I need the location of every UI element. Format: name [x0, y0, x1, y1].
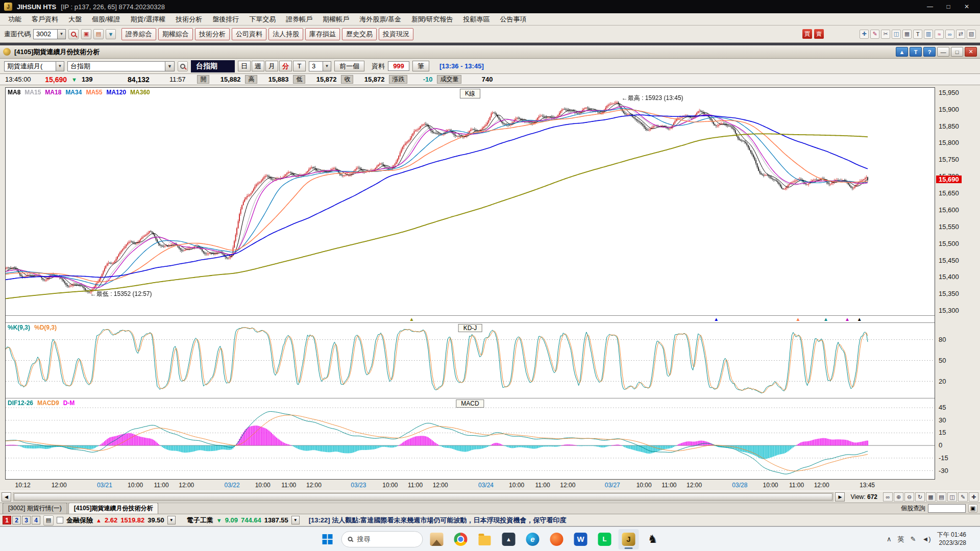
toolbar-button-2[interactable]: 期權綜合 — [158, 28, 193, 40]
page-button-3[interactable]: 3 — [22, 516, 31, 524]
mdi-minimize-button[interactable]: — — [937, 47, 949, 57]
jihsun-hts-icon[interactable]: J — [619, 529, 639, 549]
split-view-icon[interactable]: ◫ — [947, 492, 957, 502]
refresh-icon[interactable]: ↻ — [915, 492, 925, 502]
chrome-icon[interactable] — [451, 529, 471, 549]
search-icon[interactable] — [68, 29, 79, 39]
menu-item-5[interactable]: 期貨/選擇權 — [126, 13, 171, 26]
price-panel[interactable]: MA8MA15MA18MA34MA55MA120MA360 K線 ←最高 : 1… — [6, 88, 935, 316]
kd-panel[interactable]: %K(9,3)%D(9,3) KD-J — [6, 323, 935, 398]
trading-app-icon[interactable]: ▲ — [499, 529, 519, 549]
ime-indicator[interactable]: 英 — [898, 535, 904, 544]
menu-item-13[interactable]: 投顧專區 — [458, 13, 495, 26]
scroll-left-button[interactable]: ◀ — [2, 492, 11, 502]
link-chart-icon[interactable]: ∞ — [883, 492, 893, 502]
chevron-down-icon[interactable]: ▼ — [323, 62, 331, 71]
zoom-in-icon[interactable]: ⊕ — [894, 492, 903, 502]
start-button[interactable] — [317, 529, 338, 549]
tab-1[interactable]: [3002] 期貨行情(一) — [3, 503, 67, 514]
previous-button[interactable]: 前一個 — [334, 61, 364, 71]
data-count-input[interactable]: 999 — [388, 61, 409, 71]
volume-icon[interactable]: ◄) — [922, 535, 930, 543]
period-button-月[interactable]: 月 — [265, 61, 278, 71]
browser-icon[interactable] — [547, 529, 567, 549]
menu-item-4[interactable]: 個股/權證 — [87, 13, 126, 26]
menu-item-1[interactable]: 功能 — [3, 13, 27, 26]
scroll-right-button[interactable]: ▶ — [835, 492, 845, 502]
lookup-go-icon[interactable]: ▣ — [968, 504, 977, 513]
sector2-dropdown[interactable]: ▼ — [291, 516, 300, 524]
draw-tools-icon[interactable]: ✎ — [958, 492, 968, 502]
file-explorer-icon[interactable] — [475, 529, 495, 549]
scrollbar-track[interactable] — [13, 492, 834, 502]
pen-tool-icon[interactable]: ✎ — [870, 30, 879, 39]
edge-icon[interactable]: e — [523, 529, 543, 549]
toolbar-button-1[interactable]: 證券綜合 — [121, 28, 156, 40]
sell-order-icon[interactable]: 賣 — [814, 29, 824, 39]
word-icon[interactable]: W — [571, 529, 591, 549]
swap-windows-icon[interactable]: ⇄ — [956, 30, 965, 39]
link-windows-icon[interactable]: ∞ — [945, 30, 954, 39]
page-button-1[interactable]: 1 — [3, 516, 11, 524]
data-table-icon[interactable]: ▤ — [937, 492, 946, 502]
toolbar-button-3[interactable]: 技術分析 — [195, 28, 230, 40]
zoom-out-icon[interactable]: ⊖ — [904, 492, 914, 502]
cursor-tool-icon[interactable]: ✚ — [860, 30, 869, 39]
save-layout-icon[interactable]: ▦ — [902, 30, 912, 39]
contract-type-combo[interactable]: 期貨連續月( ▼ — [4, 61, 64, 71]
period-button-日[interactable]: 日 — [238, 61, 251, 71]
bars-unit-button[interactable]: 筆 — [412, 61, 429, 71]
menu-item-10[interactable]: 期權帳戶 — [317, 13, 354, 26]
period-button-T[interactable]: T — [293, 61, 306, 71]
menu-item-14[interactable]: 公告事項 — [495, 13, 532, 26]
chart-settings-icon[interactable]: ✚ — [969, 492, 978, 502]
candlestick-chart-canvas[interactable] — [6, 88, 935, 315]
macd-panel[interactable]: DIF12-26MACD9D-M MACD — [6, 398, 935, 479]
favorites-dropdown-icon[interactable]: ▼ — [106, 29, 116, 39]
menu-item-8[interactable]: 下單交易 — [244, 13, 281, 26]
help-icon[interactable]: ? — [923, 47, 936, 57]
ticker-checkbox[interactable] — [57, 517, 63, 523]
menu-item-6[interactable]: 技術分析 — [170, 13, 207, 26]
toolbar-button-8[interactable]: 投資現況 — [379, 28, 413, 40]
crop-tool-icon[interactable]: ✂ — [881, 30, 890, 39]
toolbar-button-7[interactable]: 歷史交易 — [342, 28, 377, 40]
screen-code-combo[interactable]: 3002 ▼ — [33, 29, 66, 39]
tool-panel-icon[interactable]: T — [910, 47, 922, 57]
menu-item-9[interactable]: 證券帳戶 — [281, 13, 317, 26]
symbol-combo[interactable]: 台指期 ▼ — [67, 61, 175, 71]
wave-tool-icon[interactable]: ≈ — [935, 30, 944, 39]
stock-lookup-input[interactable] — [928, 504, 966, 513]
line-icon[interactable]: L — [595, 529, 615, 549]
toolbar-button-6[interactable]: 庫存損益 — [305, 28, 340, 40]
minimize-button[interactable]: — — [921, 1, 939, 12]
page-button-4[interactable]: 4 — [32, 516, 40, 524]
chess-app-icon[interactable]: ♞ — [643, 529, 663, 549]
print-report-icon[interactable]: ▤ — [43, 515, 54, 525]
split-window-icon[interactable]: ◫ — [892, 30, 901, 39]
toolbar-button-4[interactable]: 公司資料 — [232, 28, 266, 40]
chevron-down-icon[interactable]: ▼ — [57, 30, 65, 39]
taskbar-search[interactable]: 搜尋 — [341, 531, 423, 547]
pen-input-icon[interactable]: ✎ — [911, 535, 916, 543]
close-button[interactable]: ✕ — [958, 1, 976, 12]
indicator-settings-icon[interactable]: ▦ — [926, 492, 936, 502]
menu-item-2[interactable]: 客戶資料 — [27, 13, 63, 26]
sector1-dropdown[interactable]: ▼ — [167, 516, 176, 524]
tab-2[interactable]: [4105]期貨連續月份技術分析 — [68, 503, 159, 514]
menu-item-3[interactable]: 大盤 — [63, 13, 87, 26]
mdi-close-button[interactable]: ✕ — [965, 47, 977, 57]
macd-chart-canvas[interactable] — [6, 398, 935, 479]
interval-combo[interactable]: 3 ▼ — [309, 61, 331, 71]
symbol-search-icon[interactable] — [178, 61, 188, 71]
kd-chart-canvas[interactable] — [6, 323, 935, 398]
mdi-restore-button[interactable]: □ — [951, 47, 963, 57]
text-tool-icon[interactable]: T — [913, 30, 922, 39]
screen-list-icon[interactable]: ▤ — [93, 29, 104, 39]
buy-order-icon[interactable]: 買 — [802, 29, 812, 39]
period-button-分[interactable]: 分 — [279, 61, 292, 71]
page-button-2[interactable]: 2 — [12, 516, 21, 524]
capture-icon[interactable]: ▣ — [81, 29, 91, 39]
taskbar-clock[interactable]: 下午 01:46 2023/3/28 — [937, 531, 966, 547]
chart-grid-icon[interactable]: ▥ — [924, 30, 933, 39]
